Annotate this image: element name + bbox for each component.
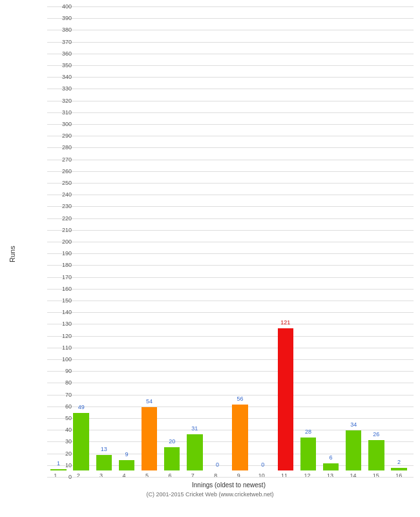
bar-group: 31 [184,6,206,470]
bar-value-label: 56 [237,396,244,402]
grid-line [47,477,414,478]
x-tick-label: 11 [273,472,295,479]
x-tick-label: 12 [296,472,319,479]
bar-15: 26 [368,440,384,470]
chart-area: Runs 40039038037036035034033032031030029… [6,6,414,489]
bar-13: 6 [323,463,339,470]
bar-group: 49 [70,6,92,470]
chart-inner: 4003903803703603503403303203103002902802… [18,6,414,489]
bar-7: 31 [187,434,203,470]
bar-11: 121 [278,328,294,470]
bar-14: 34 [346,430,362,470]
bar-group: 28 [297,6,319,470]
bar-group: 54 [138,6,161,470]
y-tick-label: 0 [49,474,72,480]
x-tick-label: 7 [182,472,204,479]
bar-group: 26 [365,6,388,470]
bar-group: 0 [251,6,274,470]
bar-group: 20 [161,6,184,470]
x-tick-label: 5 [136,472,158,479]
bar-4: 9 [119,460,135,470]
x-tick-label: 13 [319,472,341,479]
x-tick-label: 6 [158,472,181,479]
bar-group: 2 [388,6,410,470]
bar-value-label: 49 [78,404,85,410]
bar-value-label: 2 [397,459,401,465]
x-tick-label: 9 [227,472,250,479]
bar-group: 56 [229,6,251,470]
bar-group: 34 [342,6,365,470]
bar-group: 6 [320,6,342,470]
bar-group: 121 [274,6,297,470]
bar-group: 0 [206,6,229,470]
x-tick-label: 3 [90,472,112,479]
bar-value-label: 9 [125,451,128,458]
grid-and-bars: 4003903803703603503403303203103002902802… [21,6,414,470]
bar-1: 1 [50,469,67,470]
chart-container: Runs 40039038037036035034033032031030029… [0,0,420,517]
bar-16: 2 [391,468,407,470]
x-tick-label: 10 [250,472,273,479]
y-axis-label: Runs [6,6,18,489]
bar-12: 28 [300,438,317,470]
bar-5: 54 [142,407,158,470]
x-tick-label: 16 [388,472,410,479]
bar-value-label: 121 [280,319,290,326]
copyright: (C) 2001-2015 Cricket Web (www.cricketwe… [6,491,414,498]
bar-value-label: 26 [373,431,379,438]
bar-6: 20 [164,447,180,470]
bar-value-label: 28 [305,428,311,435]
bar-value-label: 1 [57,460,60,467]
x-tick-label: 14 [342,472,364,479]
bar-value-label: 31 [191,425,198,432]
bars-area: 149139542031056012128634262 [47,6,410,470]
bar-value-label: 0 [216,461,219,468]
x-axis-title: Innings (oldest to newest) [44,481,414,489]
bar-value-label: 54 [146,398,152,405]
bar-group: 9 [115,6,138,470]
bar-value-label: 20 [169,438,175,445]
bar-group: 13 [92,6,115,470]
bar-group: 1 [47,6,70,470]
x-tick-label: 15 [364,472,387,479]
bar-3: 13 [96,455,112,470]
x-axis: 12345678910111213141516 [44,472,414,479]
x-tick-label: 8 [204,472,227,479]
bar-2: 49 [73,413,89,470]
bar-value-label: 6 [330,454,333,461]
bar-value-label: 0 [261,461,264,468]
x-tick-label: 4 [112,472,135,479]
bar-value-label: 13 [101,446,107,452]
bar-value-label: 34 [350,421,357,428]
bar-9: 56 [232,405,248,470]
